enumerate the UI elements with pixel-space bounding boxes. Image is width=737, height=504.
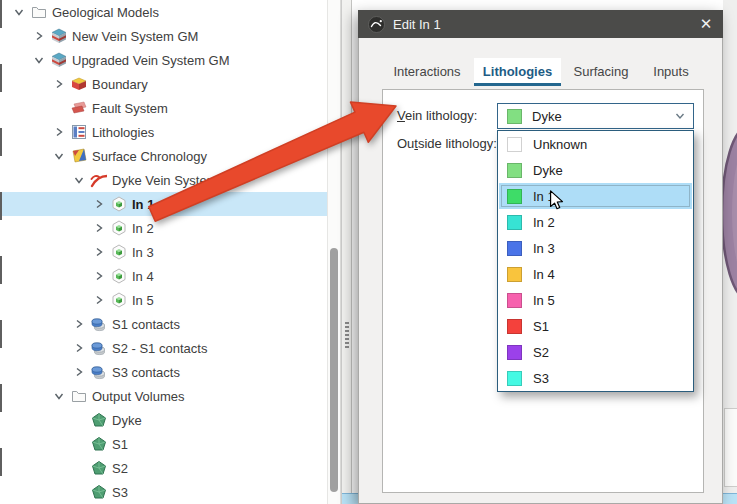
edit-in1-dialog: Edit In 1 ✕ InteractionsLithologiesSurfa… (358, 10, 723, 504)
tree-item-s2[interactable]: S2 (0, 456, 327, 480)
chevron-right-icon[interactable] (92, 245, 106, 259)
in-surface-icon (110, 292, 127, 309)
dropdown-item-label: In 2 (533, 215, 555, 230)
chevron-down-icon[interactable] (12, 5, 26, 19)
tree-item-fault-system[interactable]: Fault System (0, 96, 327, 120)
tree-item-in-1[interactable]: In 1 (0, 192, 327, 216)
bottom-strip-right (723, 493, 737, 504)
tree-item-label: Surface Chronology (92, 149, 207, 164)
chevron-down-icon[interactable] (52, 389, 66, 403)
dropdown-item-s1[interactable]: S1 (499, 313, 692, 339)
tree-item-label: S1 (112, 437, 128, 452)
chevron-right-icon[interactable] (72, 317, 86, 331)
edit-vein-icon (368, 16, 385, 33)
tree-item-label: New Vein System GM (72, 29, 198, 44)
tree-item-label: Upgraded Vein System GM (72, 53, 230, 68)
tree-item-s2-s1-contacts[interactable]: S2 - S1 contacts (0, 336, 327, 360)
tree-item-in-4[interactable]: In 4 (0, 264, 327, 288)
dropdown-item-dyke[interactable]: Dyke (499, 157, 692, 183)
tab-surfacing[interactable]: Surfacing (561, 58, 641, 86)
panel-splitter[interactable] (341, 0, 352, 504)
close-icon[interactable]: ✕ (695, 13, 717, 35)
dialog-titlebar[interactable]: Edit In 1 ✕ (358, 10, 723, 38)
chevron-right-icon[interactable] (52, 125, 66, 139)
chevron-right-icon[interactable] (72, 341, 86, 355)
tree-item-label: In 5 (132, 293, 154, 308)
chevron-right-icon[interactable] (92, 293, 106, 307)
lithology-color-swatch (507, 319, 522, 334)
project-tree-panel: Geological ModelsNew Vein System GMUpgra… (0, 0, 327, 504)
tree-item-dyke[interactable]: Dyke (0, 408, 327, 432)
tree-scrollbar-thumb[interactable] (330, 248, 338, 492)
vein-icon (90, 172, 107, 189)
tree-item-s3[interactable]: S3 (0, 480, 327, 504)
tab-interactions[interactable]: Interactions (381, 58, 473, 86)
gm-icon (50, 28, 67, 45)
dropdown-item-unknown[interactable]: Unknown (499, 131, 692, 157)
dropdown-item-in-4[interactable]: In 4 (499, 261, 692, 287)
chevron-right-icon[interactable] (32, 29, 46, 43)
tree-item-in-5[interactable]: In 5 (0, 288, 327, 312)
tree-item-in-3[interactable]: In 3 (0, 240, 327, 264)
lithology-color-swatch (507, 163, 522, 178)
fault-icon (70, 100, 87, 117)
lithology-color-swatch (507, 267, 522, 282)
vein-lithology-select[interactable]: Dyke (497, 103, 694, 129)
dropdown-item-label: S1 (533, 319, 549, 334)
dropdown-item-s3[interactable]: S3 (499, 365, 692, 391)
tab-lithologies[interactable]: Lithologies (474, 58, 561, 86)
tree-item-label: S2 (112, 461, 128, 476)
rock-icon (90, 460, 107, 477)
tree-item-label: Boundary (92, 77, 148, 92)
tree-scrollbar[interactable] (327, 0, 341, 504)
tree-item-new-vein-system-gm[interactable]: New Vein System GM (0, 24, 327, 48)
left-edge-panel-fragment (0, 0, 2, 504)
splitter-grip-icon (345, 322, 349, 348)
tree-item-s1[interactable]: S1 (0, 432, 327, 456)
in-surface-icon (110, 268, 127, 285)
chevron-down-icon[interactable] (32, 53, 46, 67)
tree-item-s1-contacts[interactable]: S1 contacts (0, 312, 327, 336)
folder-icon (30, 4, 47, 21)
tree-item-dyke-vein-system[interactable]: Dyke Vein System (0, 168, 327, 192)
contacts-icon (90, 316, 107, 333)
dropdown-item-label: In 4 (533, 267, 555, 282)
chevron-down-icon (674, 110, 686, 122)
lithology-color-swatch (507, 371, 522, 386)
tree-item-boundary[interactable]: Boundary (0, 72, 327, 96)
dropdown-item-in-5[interactable]: In 5 (499, 287, 692, 313)
tree-item-surface-chronology[interactable]: Surface Chronology (0, 144, 327, 168)
dropdown-item-label: In 5 (533, 293, 555, 308)
rock-icon (90, 436, 107, 453)
lithology-color-swatch (507, 215, 522, 230)
in-surface-icon (110, 220, 127, 237)
tab-inputs[interactable]: Inputs (641, 58, 701, 86)
chevron-right-icon[interactable] (72, 365, 86, 379)
dropdown-item-in-2[interactable]: In 2 (499, 209, 692, 235)
chevron-right-icon[interactable] (92, 197, 106, 211)
chevron-right-icon[interactable] (92, 221, 106, 235)
chevron-down-icon[interactable] (52, 149, 66, 163)
scene-scrollbar-fragment (724, 408, 737, 487)
tree-item-upgraded-vein-system-gm[interactable]: Upgraded Vein System GM (0, 48, 327, 72)
chevron-right-icon[interactable] (92, 269, 106, 283)
dropdown-item-label: In 1 (533, 189, 555, 204)
dropdown-item-in-3[interactable]: In 3 (499, 235, 692, 261)
contacts-icon (90, 340, 107, 357)
dialog-title: Edit In 1 (393, 17, 441, 32)
chevron-down-icon[interactable] (72, 173, 86, 187)
expander-spacer (72, 485, 86, 499)
rock-icon (90, 412, 107, 429)
dropdown-item-label: Dyke (533, 163, 563, 178)
tree-item-lithologies[interactable]: Lithologies (0, 120, 327, 144)
chevron-right-icon[interactable] (52, 77, 66, 91)
tree-item-label: Fault System (92, 101, 168, 116)
tree-item-s3-contacts[interactable]: S3 contacts (0, 360, 327, 384)
tree-item-output-volumes[interactable]: Output Volumes (0, 384, 327, 408)
folder-icon (70, 388, 87, 405)
dropdown-item-in-1[interactable]: In 1 (499, 183, 692, 209)
lithology-color-swatch (507, 293, 522, 308)
tree-item-geological-models[interactable]: Geological Models (0, 0, 327, 24)
tree-item-in-2[interactable]: In 2 (0, 216, 327, 240)
dropdown-item-s2[interactable]: S2 (499, 339, 692, 365)
